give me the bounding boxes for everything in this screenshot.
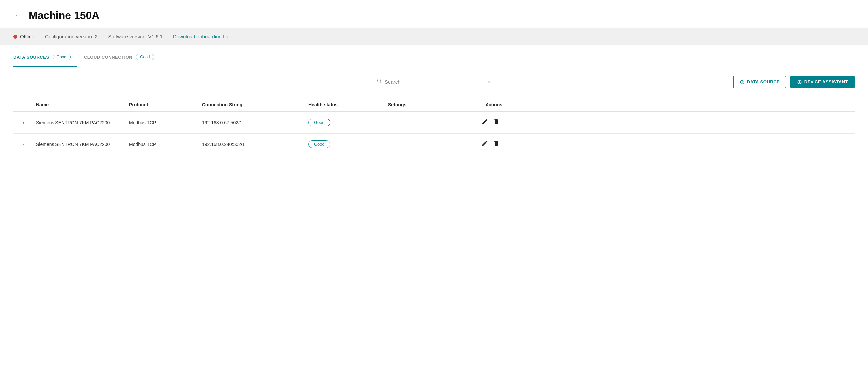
edit-icon[interactable] — [481, 118, 488, 127]
health-badge-good: Good — [308, 119, 330, 126]
row-2-connection-string: 192.168.0.240:502/1 — [199, 142, 306, 147]
search-icon — [377, 78, 382, 85]
row-1-action-icons — [455, 118, 502, 127]
row-2-actions — [452, 140, 505, 148]
toolbar: ✕ ⊕ DATA SOURCE ⊕ DEVICE ASSISTANT — [13, 76, 855, 87]
tabs-container: DATA SOURCES Good CLOUD CONNECTION Good — [0, 48, 868, 67]
back-button[interactable]: ← — [13, 10, 23, 21]
chevron-right-icon[interactable]: › — [16, 141, 31, 147]
row-2-expand[interactable]: › — [13, 141, 33, 147]
software-version: Software version: V1.6.1 — [108, 34, 162, 39]
tab-cloud-connection-label: CLOUD CONNECTION — [84, 55, 132, 60]
tab-data-sources[interactable]: DATA SOURCES Good — [13, 48, 78, 67]
device-assistant-label: DEVICE ASSISTANT — [804, 79, 848, 85]
header: ← Machine 150A — [0, 0, 868, 28]
add-data-source-button[interactable]: ⊕ DATA SOURCE — [733, 76, 786, 88]
col-header-settings: Settings — [385, 102, 452, 107]
device-assistant-button[interactable]: ⊕ DEVICE ASSISTANT — [790, 76, 855, 88]
tab-cloud-connection-badge: Good — [135, 54, 154, 61]
search-clear-icon[interactable]: ✕ — [487, 79, 491, 85]
row-2-name: Siemens SENTRON 7KM PAC2200 — [33, 142, 126, 147]
row-1-health-status: Good — [306, 119, 385, 126]
row-1-actions — [452, 118, 505, 127]
status-indicator: Offline — [13, 34, 34, 39]
search-container: ✕ — [374, 76, 494, 87]
offline-dot-icon — [13, 35, 17, 38]
status-label: Offline — [20, 34, 34, 39]
add-data-source-icon: ⊕ — [740, 79, 745, 85]
edit-icon[interactable] — [481, 140, 488, 148]
col-header-protocol: Protocol — [126, 102, 199, 107]
chevron-right-icon[interactable]: › — [16, 120, 31, 126]
svg-line-1 — [380, 82, 382, 84]
row-2-health-status: Good — [306, 140, 385, 148]
page-container: ← Machine 150A Offline Configuration ver… — [0, 0, 868, 366]
delete-icon[interactable] — [493, 118, 500, 127]
config-version: Configuration version: 2 — [45, 34, 97, 39]
col-header-connection-string: Connection String — [199, 102, 306, 107]
page-title: Machine 150A — [29, 9, 99, 22]
row-1-expand[interactable]: › — [13, 120, 33, 126]
col-header-name: Name — [33, 102, 126, 107]
tab-data-sources-badge: Good — [53, 54, 71, 61]
table-row: › Siemens SENTRON 7KM PAC2200 Modbus TCP… — [13, 111, 855, 134]
health-badge-good: Good — [308, 140, 330, 148]
back-arrow-icon: ← — [14, 11, 22, 20]
row-1-name: Siemens SENTRON 7KM PAC2200 — [33, 120, 126, 125]
col-header-health-status: Health status — [306, 102, 385, 107]
table-header: Name Protocol Connection String Health s… — [13, 98, 855, 111]
row-1-protocol: Modbus TCP — [126, 120, 199, 125]
row-2-protocol: Modbus TCP — [126, 142, 199, 147]
status-bar: Offline Configuration version: 2 Softwar… — [0, 28, 868, 44]
row-2-action-icons — [455, 140, 502, 148]
row-1-connection-string: 192.168.0.67:502/1 — [199, 120, 306, 125]
content-area: ✕ ⊕ DATA SOURCE ⊕ DEVICE ASSISTANT Name … — [0, 67, 868, 165]
add-data-source-label: DATA SOURCE — [747, 79, 780, 85]
action-buttons: ⊕ DATA SOURCE ⊕ DEVICE ASSISTANT — [733, 76, 855, 88]
search-input[interactable] — [385, 79, 485, 85]
table-row: › Siemens SENTRON 7KM PAC2200 Modbus TCP… — [13, 134, 855, 156]
download-onboarding-link[interactable]: Download onboarding file — [173, 34, 229, 39]
tab-cloud-connection[interactable]: CLOUD CONNECTION Good — [84, 48, 161, 67]
device-assistant-icon: ⊕ — [797, 79, 802, 85]
col-header-expand — [13, 102, 33, 107]
col-header-actions: Actions — [452, 102, 505, 107]
tab-data-sources-label: DATA SOURCES — [13, 55, 49, 60]
delete-icon[interactable] — [493, 140, 500, 148]
table-container: Name Protocol Connection String Health s… — [13, 98, 855, 156]
